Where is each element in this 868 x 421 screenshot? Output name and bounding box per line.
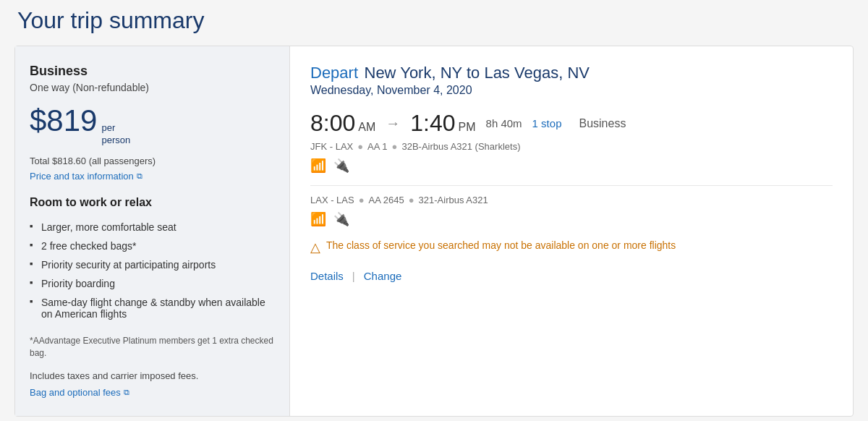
price-row: $819 perperson bbox=[30, 103, 275, 147]
cabin-class: Business bbox=[579, 117, 626, 130]
depart-route: New York, NY to Las Vegas, NV bbox=[365, 64, 590, 82]
price-amount: $819 bbox=[30, 103, 97, 138]
change-link[interactable]: Change bbox=[364, 270, 402, 282]
external-link-icon: ⧉ bbox=[124, 388, 129, 397]
flight-date: Wednesday, November 4, 2020 bbox=[310, 84, 833, 97]
flight-duration: 8h 40m bbox=[486, 117, 522, 129]
warning-box: △ The class of service you searched may … bbox=[310, 239, 833, 255]
time-row: 8:00 AM → 1:40 PM 8h 40m 1 stop Business bbox=[310, 110, 833, 137]
segment-divider bbox=[310, 185, 833, 186]
room-section-title: Room to work or relax bbox=[30, 196, 275, 209]
segment1-amenities: 📶 🔌 bbox=[310, 158, 833, 174]
warning-icon: △ bbox=[310, 239, 320, 255]
wifi-icon: 📶 bbox=[310, 211, 326, 227]
external-link-icon: ⧉ bbox=[137, 171, 142, 181]
depart-label: Depart bbox=[310, 64, 358, 82]
left-panel: Business One way (Non-refundable) $819 p… bbox=[15, 46, 290, 416]
segment2-flight-info: LAX - LAS ● AA 2645 ● 321-Airbus A321 bbox=[310, 195, 833, 205]
footnote: *AAdvantage Executive Platinum members g… bbox=[30, 335, 275, 360]
stop-link[interactable]: 1 stop bbox=[532, 117, 562, 129]
benefit-item: Priority boarding bbox=[30, 274, 275, 293]
power-icon: 🔌 bbox=[333, 158, 349, 174]
warning-text: The class of service you searched may no… bbox=[326, 239, 676, 253]
per-person-label: perperson bbox=[101, 122, 130, 147]
wifi-icon: 📶 bbox=[310, 158, 326, 174]
benefit-item: 2 free checked bags* bbox=[30, 237, 275, 255]
action-row: Details | Change bbox=[310, 270, 833, 282]
page-title: Your trip summary bbox=[14, 7, 854, 34]
benefit-item: Larger, more comfortable seat bbox=[30, 218, 275, 237]
flight-header: Depart New York, NY to Las Vegas, NV Wed… bbox=[310, 64, 833, 97]
benefit-item: Same-day flight change & standby when av… bbox=[30, 293, 275, 323]
arrive-time: 1:40 PM bbox=[410, 110, 475, 137]
details-link[interactable]: Details bbox=[310, 270, 344, 282]
arrow-icon: → bbox=[386, 115, 400, 132]
depart-time: 8:00 AM bbox=[310, 110, 375, 137]
flight-segment-1: 8:00 AM → 1:40 PM 8h 40m 1 stop Business… bbox=[310, 110, 833, 174]
power-icon: 🔌 bbox=[333, 211, 349, 227]
pipe-divider: | bbox=[352, 270, 355, 282]
price-tax-link[interactable]: Price and tax information ⧉ bbox=[30, 171, 142, 182]
right-panel: Depart New York, NY to Las Vegas, NV Wed… bbox=[290, 46, 853, 416]
fare-class: Business bbox=[30, 64, 275, 79]
taxes-note: Includes taxes and carrier imposed fees. bbox=[30, 370, 275, 381]
segment1-flight-info: JFK - LAX ● AA 1 ● 32B-Airbus A321 (Shar… bbox=[310, 141, 833, 152]
fare-type: One way (Non-refundable) bbox=[30, 82, 275, 93]
benefit-item: Priority security at participating airpo… bbox=[30, 255, 275, 274]
bag-fees-link[interactable]: Bag and optional fees ⧉ bbox=[30, 387, 129, 398]
segment2-amenities: 📶 🔌 bbox=[310, 211, 833, 227]
trip-summary-card: Business One way (Non-refundable) $819 p… bbox=[14, 46, 854, 417]
benefits-list: Larger, more comfortable seat 2 free che… bbox=[30, 218, 275, 323]
flight-segment-2: LAX - LAS ● AA 2645 ● 321-Airbus A321 📶 … bbox=[310, 195, 833, 227]
total-price: Total $818.60 (all passengers) bbox=[30, 156, 275, 166]
